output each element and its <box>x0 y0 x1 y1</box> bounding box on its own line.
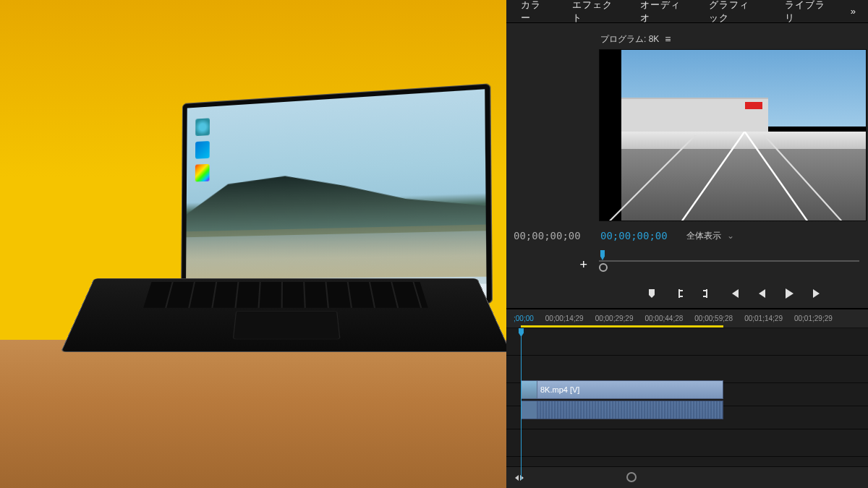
scrub-bar[interactable] <box>599 250 868 279</box>
program-monitor[interactable] <box>599 49 867 221</box>
tab-graphics[interactable]: グラフィック <box>696 0 773 22</box>
clip-thumbnail <box>522 381 537 398</box>
zoom-scrollbar[interactable] <box>554 474 832 481</box>
scrub-handle[interactable] <box>599 263 608 272</box>
mark-in-button[interactable] <box>673 288 685 299</box>
tab-overflow[interactable]: » <box>841 0 867 22</box>
source-timecode[interactable]: 00;00;00;00 <box>514 230 597 241</box>
chevron-down-icon: ⌄ <box>727 231 734 241</box>
clip-label: 8K.mp4 [V] <box>540 385 579 394</box>
ruler-timecode: 00;00;44;28 <box>644 314 683 322</box>
go-to-in-button[interactable] <box>728 288 740 299</box>
trackpad <box>233 311 341 339</box>
tab-library[interactable]: ライブラリ <box>772 0 840 22</box>
audio-clip[interactable] <box>521 401 723 419</box>
waveform <box>537 401 723 419</box>
laptop-keyboard <box>61 278 511 352</box>
program-monitor-title: プログラム: 8K <box>600 33 659 46</box>
video-preview <box>621 50 866 221</box>
timeline-ruler[interactable]: ;00;00 00;00;14;29 00;00;29;29 00;00;44;… <box>506 309 868 328</box>
zoom-handle[interactable] <box>626 472 637 482</box>
ruler-timecode: ;00;00 <box>514 314 534 322</box>
video-clip[interactable]: 8K.mp4 [V] <box>521 380 723 399</box>
add-button[interactable]: + <box>579 257 587 273</box>
edge-icon <box>195 141 210 159</box>
add-marker-button[interactable] <box>646 288 658 299</box>
timeline-tracks[interactable]: 8K.mp4 [V] <box>506 328 868 466</box>
work-area-bar[interactable] <box>521 325 723 328</box>
recycle-bin-icon <box>195 118 210 136</box>
ruler-timecode: 00;00;59;28 <box>694 314 733 322</box>
creative-cloud-icon <box>195 164 210 182</box>
ruler-timecode: 00;00;14;29 <box>545 314 584 322</box>
laptop-screen <box>186 89 487 299</box>
program-timecode[interactable]: 00;00;00;00 <box>597 230 668 241</box>
step-back-button[interactable] <box>756 288 767 299</box>
playhead-icon[interactable] <box>599 250 606 260</box>
tab-color[interactable]: カラー <box>508 0 559 22</box>
workspace-tabs: カラー エフェクト オーディオ グラフィック ライブラリ » <box>506 0 868 23</box>
tab-audio[interactable]: オーディオ <box>627 0 695 22</box>
laptop-device <box>94 101 477 412</box>
tab-effects[interactable]: エフェクト <box>559 0 627 22</box>
ruler-timecode: 00;00;29;29 <box>595 314 634 322</box>
transport-controls <box>506 279 868 308</box>
timeline-playhead[interactable] <box>521 328 522 480</box>
premiere-panel: カラー エフェクト オーディオ グラフィック ライブラリ » プログラム: 8K… <box>506 0 868 488</box>
ruler-timecode: 00;01;14;29 <box>744 314 783 322</box>
zoom-fit-dropdown[interactable]: 全体表示 ⌄ <box>682 228 739 244</box>
panel-menu-icon[interactable]: ≡ <box>665 33 671 45</box>
snap-toggle-icon[interactable] <box>514 474 525 482</box>
step-forward-button[interactable] <box>811 288 822 299</box>
ruler-timecode: 00;01;29;29 <box>794 314 833 322</box>
clip-thumbnail <box>522 401 537 419</box>
laptop-photo <box>0 0 506 488</box>
play-button[interactable] <box>783 288 795 299</box>
timeline-panel: ;00;00 00;00;14;29 00;00;29;29 00;00;44;… <box>506 309 868 488</box>
mark-out-button[interactable] <box>701 288 712 299</box>
